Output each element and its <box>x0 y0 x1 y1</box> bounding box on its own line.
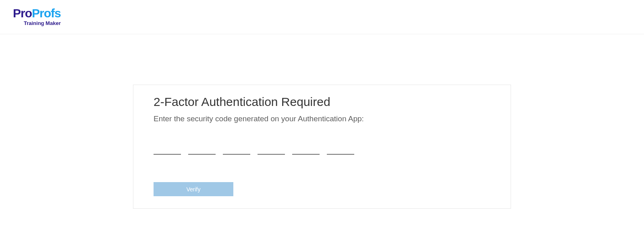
logo-part2: Profs <box>32 6 61 20</box>
card-title: 2-Factor Authentication Required <box>154 95 490 109</box>
logo[interactable]: ProProfs Training Maker <box>13 7 61 26</box>
code-input-1[interactable] <box>154 135 181 155</box>
verify-button[interactable]: Verify <box>154 182 233 196</box>
auth-card: 2-Factor Authentication Required Enter t… <box>133 85 511 209</box>
code-input-6[interactable] <box>327 135 354 155</box>
code-inputs-container <box>154 135 490 155</box>
code-input-3[interactable] <box>223 135 250 155</box>
header: ProProfs Training Maker <box>0 0 644 34</box>
main-content: 2-Factor Authentication Required Enter t… <box>0 34 644 209</box>
card-subtitle: Enter the security code generated on you… <box>154 114 490 123</box>
code-input-4[interactable] <box>258 135 285 155</box>
logo-part1: Pro <box>13 6 32 20</box>
logo-text: ProProfs <box>13 7 61 19</box>
logo-subtitle: Training Maker <box>13 20 61 26</box>
code-input-2[interactable] <box>188 135 216 155</box>
code-input-5[interactable] <box>292 135 320 155</box>
